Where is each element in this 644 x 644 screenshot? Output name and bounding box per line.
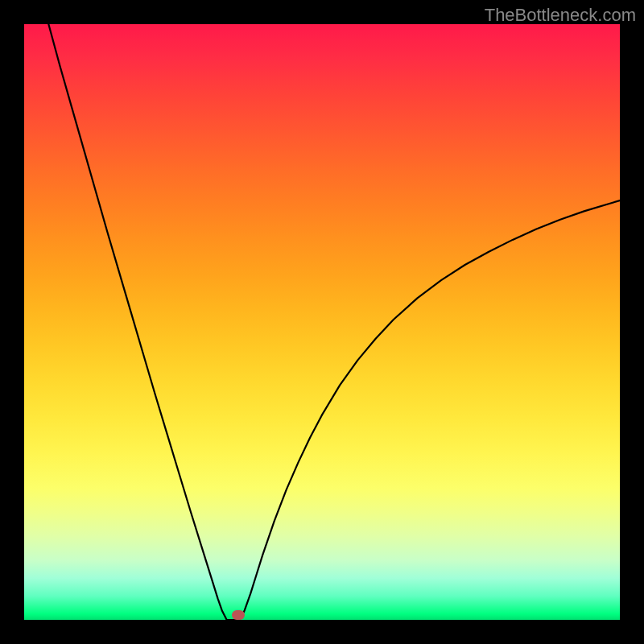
bottleneck-curve [48,24,620,620]
chart-container: TheBottleneck.com [0,0,644,644]
curve-svg [24,24,620,620]
optimum-marker [232,610,245,620]
plot-area [24,24,620,620]
watermark-text: TheBottleneck.com [485,5,636,26]
